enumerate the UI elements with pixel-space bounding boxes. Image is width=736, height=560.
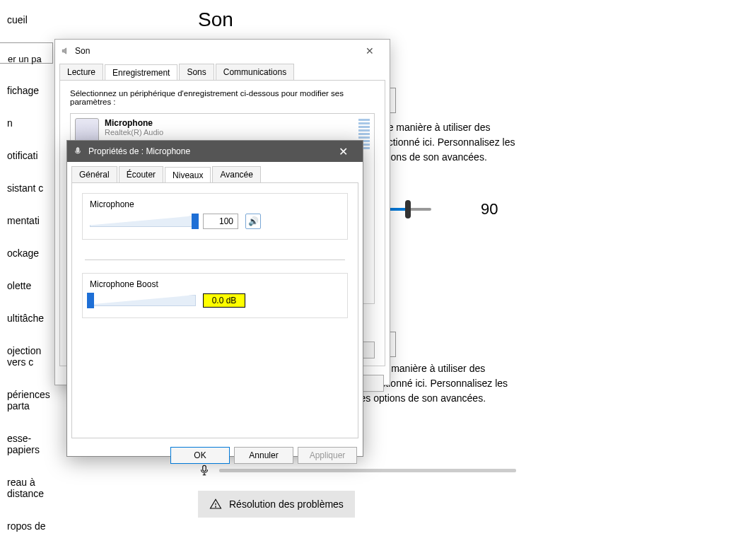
sound-dialog-tabs: Lecture Enregistrement Sons Communicatio… — [55, 64, 390, 80]
sidebar-item[interactable]: n — [0, 112, 53, 134]
tab-playback[interactable]: Lecture — [59, 64, 103, 80]
microphone-level-group: Microphone 🔊 — [82, 193, 348, 240]
sidebar-item[interactable]: esse-papiers — [0, 427, 53, 461]
dialog-titlebar[interactable]: Propriétés de : Microphone ✕ — [67, 141, 363, 162]
tab-listen[interactable]: Écouter — [119, 166, 163, 182]
sidebar-search-input[interactable]: er un pa — [0, 42, 53, 64]
mic-level-value[interactable] — [203, 214, 238, 229]
sidebar-item[interactable]: ockage — [0, 242, 53, 264]
sidebar-item[interactable]: sistant c — [0, 177, 53, 199]
troubleshoot-label: Résolution des problèmes — [229, 498, 344, 510]
sidebar-item[interactable]: ultitâche — [0, 307, 53, 329]
sidebar-item[interactable]: otificati — [0, 144, 53, 167]
cancel-button[interactable]: Annuler — [234, 447, 293, 464]
text-line: électionné ici. Personnalisez les — [375, 136, 515, 148]
speaker-icon — [61, 46, 71, 56]
boost-slider[interactable] — [90, 293, 196, 308]
sidebar-item[interactable]: ojection vers c — [0, 339, 53, 373]
svg-rect-3 — [76, 148, 79, 152]
mic-dialog-tabs: Général Écouter Niveaux Avancée — [67, 166, 363, 182]
sidebar-item[interactable]: fichage — [0, 85, 53, 102]
device-driver: Realtek(R) Audio — [105, 128, 163, 136]
instruction-text: Sélectionnez un périphérique d'enregistr… — [70, 89, 375, 106]
mic-level-label: Microphone — [90, 199, 340, 209]
sidebar-home[interactable]: cueil — [0, 14, 53, 31]
mic-level-thumb[interactable] — [192, 214, 199, 229]
tab-advanced[interactable]: Avancée — [212, 166, 260, 182]
svg-point-2 — [216, 506, 216, 507]
volume-slider-thumb[interactable] — [405, 200, 411, 218]
text-line: s de manière à utiliser des — [375, 122, 490, 133]
separator — [85, 259, 345, 260]
apply-button[interactable]: Appliquer — [298, 447, 357, 464]
tab-levels[interactable]: Niveaux — [165, 167, 211, 183]
sidebar-item[interactable]: reau à distance — [0, 471, 53, 505]
boost-value: 0.0 dB — [203, 293, 245, 308]
sidebar-item[interactable]: olette — [0, 274, 53, 297]
tab-sounds[interactable]: Sons — [179, 64, 214, 80]
tab-recording[interactable]: Enregistrement — [105, 64, 177, 81]
dialog-titlebar[interactable]: Son ✕ — [55, 40, 390, 62]
tab-general[interactable]: Général — [71, 166, 117, 182]
static-text: s de manière à utiliser des électionné i… — [375, 120, 693, 165]
page-title: Son — [198, 8, 736, 31]
text-line: options de son avancées. — [375, 151, 487, 163]
microphone-properties-dialog: Propriétés de : Microphone ✕ Général Éco… — [66, 140, 363, 457]
mic-dialog-footer: OK Annuler Appliquer — [67, 444, 363, 469]
boost-label: Microphone Boost — [90, 279, 340, 289]
volume-value: 90 — [481, 200, 498, 218]
device-name: Microphone — [105, 118, 163, 128]
close-button[interactable]: ✕ — [356, 45, 384, 57]
troubleshoot-button[interactable]: Résolution des problèmes — [198, 491, 355, 518]
sidebar-item[interactable]: périences parta — [0, 383, 53, 417]
tab-communications[interactable]: Communications — [216, 64, 294, 80]
mute-toggle-button[interactable]: 🔊 — [245, 214, 261, 229]
boost-slider-thumb[interactable] — [87, 293, 94, 308]
sidebar-item[interactable]: ropos de — [0, 515, 53, 537]
microphone-icon — [73, 146, 83, 156]
ok-button[interactable]: OK — [170, 447, 230, 464]
sidebar-item[interactable]: mentati — [0, 209, 53, 232]
microphone-boost-group: Microphone Boost 0.0 dB — [82, 273, 348, 318]
levels-tab-body: Microphone 🔊 Microphone Boost 0.0 dB — [71, 182, 358, 438]
close-button[interactable]: ✕ — [329, 145, 357, 158]
mic-level-slider[interactable] — [90, 214, 196, 228]
dialog-title: Son — [75, 46, 90, 56]
warning-icon — [209, 498, 222, 511]
dialog-title: Propriétés de : Microphone — [88, 146, 190, 156]
